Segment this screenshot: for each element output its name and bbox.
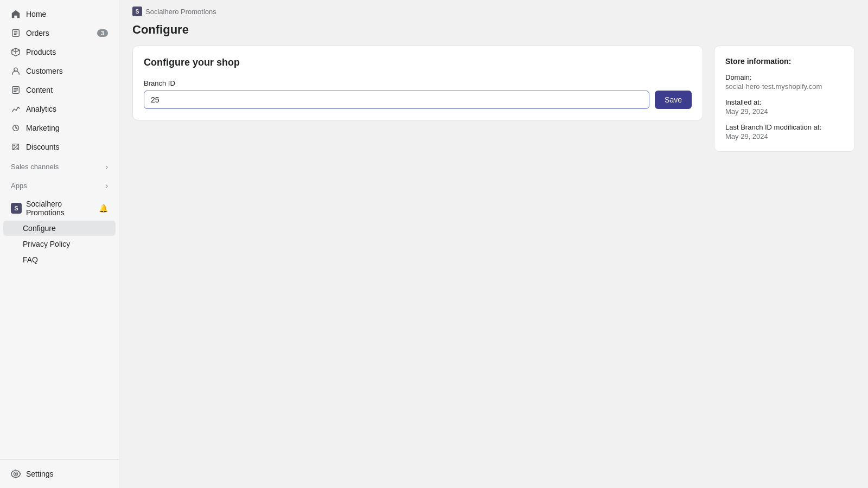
sidebar-item-discounts[interactable]: Discounts <box>3 138 116 156</box>
breadcrumb: S Socialhero Promotions <box>119 0 868 21</box>
last-branch-value: May 29, 2024 <box>725 132 844 140</box>
orders-badge: 3 <box>97 29 108 37</box>
svg-point-4 <box>16 147 18 149</box>
customers-icon <box>11 66 21 76</box>
discounts-icon <box>11 142 21 152</box>
input-row: Save <box>144 91 692 109</box>
info-card: Store information: Domain: social-hero-t… <box>714 46 855 152</box>
sidebar-item-orders[interactable]: Orders 3 <box>3 24 116 42</box>
domain-value: social-hero-test.myshopify.com <box>725 82 844 91</box>
socialhero-app-icon: S <box>11 203 22 214</box>
sidebar-nav: Home Orders 3 Products Customers <box>0 0 119 459</box>
orders-icon <box>11 28 21 38</box>
sidebar-item-products[interactable]: Products <box>3 43 116 61</box>
sales-channels-chevron-icon: › <box>106 163 108 171</box>
content-icon <box>11 85 21 95</box>
content-area: Configure your shop Branch ID Save Store… <box>119 46 868 152</box>
breadcrumb-text: Socialhero Promotions <box>145 8 216 16</box>
socialhero-app-label: Socialhero Promotions <box>26 200 94 217</box>
installed-label: Installed at: <box>725 98 844 106</box>
apps-chevron-icon: › <box>106 182 108 190</box>
sidebar-item-home[interactable]: Home <box>3 5 116 23</box>
sidebar-item-socialhero[interactable]: S Socialhero Promotions 🔔 <box>3 196 116 220</box>
breadcrumb-app-icon: S <box>132 7 142 16</box>
branch-id-input[interactable] <box>144 91 649 109</box>
sales-channels-label: Sales channels <box>11 163 59 171</box>
apps-section[interactable]: Apps › <box>3 177 116 194</box>
bell-icon: 🔔 <box>99 204 108 213</box>
sidebar-item-content[interactable]: Content <box>3 81 116 99</box>
sidebar-item-settings[interactable]: Settings <box>3 465 116 483</box>
marketing-icon <box>11 123 21 133</box>
sidebar: Home Orders 3 Products Customers <box>0 0 119 488</box>
sidebar-subitem-faq[interactable]: FAQ <box>3 252 116 267</box>
installed-value: May 29, 2024 <box>725 107 844 115</box>
page-title: Configure <box>119 21 868 46</box>
branch-id-label: Branch ID <box>144 79 692 87</box>
products-icon <box>11 47 21 57</box>
svg-point-3 <box>14 145 15 146</box>
sales-channels-section[interactable]: Sales channels › <box>3 158 116 175</box>
configure-label: Configure <box>23 224 56 233</box>
domain-label: Domain: <box>725 73 844 81</box>
sidebar-item-analytics[interactable]: Analytics <box>3 100 116 118</box>
save-button[interactable]: Save <box>655 91 692 109</box>
settings-icon <box>11 469 21 479</box>
sidebar-subitem-privacy-policy[interactable]: Privacy Policy <box>3 236 116 252</box>
main-card: Configure your shop Branch ID Save <box>132 46 703 120</box>
analytics-icon <box>11 104 21 114</box>
sidebar-subitem-configure[interactable]: Configure <box>3 221 116 236</box>
apps-label: Apps <box>11 182 27 190</box>
sidebar-item-marketing[interactable]: Marketing <box>3 119 116 137</box>
sidebar-bottom: Settings <box>0 459 119 488</box>
home-icon <box>11 9 21 19</box>
settings-label: Settings <box>26 470 54 478</box>
info-card-title: Store information: <box>725 57 844 66</box>
privacy-policy-label: Privacy Policy <box>23 240 70 248</box>
last-branch-label: Last Branch ID modification at: <box>725 123 844 131</box>
faq-label: FAQ <box>23 255 38 264</box>
card-title: Configure your shop <box>144 57 692 68</box>
sidebar-item-customers[interactable]: Customers <box>3 62 116 80</box>
main-content: S Socialhero Promotions Configure Config… <box>119 0 868 488</box>
